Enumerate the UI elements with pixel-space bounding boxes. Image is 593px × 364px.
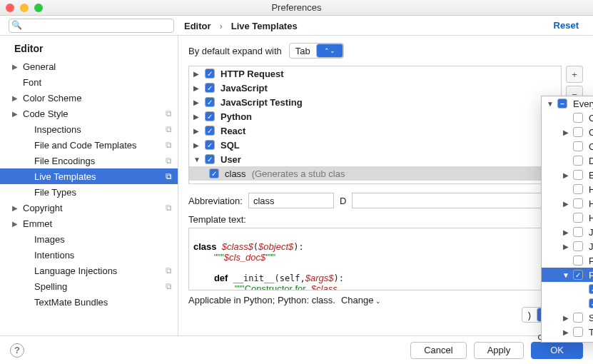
checkbox[interactable] [205, 69, 215, 79]
search-input[interactable] [9, 19, 174, 33]
sidebar-item-intentions[interactable]: ▶Intentions [0, 247, 178, 263]
context-item-django-templates[interactable]: ▶Django Templates [542, 153, 593, 168]
chevron-right-icon: ▶ [10, 63, 20, 71]
template-group-sql[interactable]: ▶SQL [189, 138, 561, 152]
breadcrumb: Editor › Live Templates [184, 20, 298, 31]
template-group-javascript-testing[interactable]: ▶JavaScript Testing [189, 95, 561, 109]
checkbox[interactable] [573, 227, 583, 237]
sidebar-item-file-types[interactable]: ▶File Types [0, 184, 178, 200]
context-item-class[interactable]: ▶Class [542, 282, 593, 296]
checkbox[interactable] [205, 111, 215, 121]
checkbox[interactable] [573, 213, 583, 223]
sidebar-item-language-injections[interactable]: ▶Language Injections⧉ [0, 263, 178, 278]
sidebar-item-code-style[interactable]: ▶Code Style⧉ [0, 106, 178, 121]
checkbox[interactable] [205, 140, 215, 150]
sidebar-item-copyright[interactable]: ▶Copyright⧉ [0, 200, 178, 216]
expand-label: By default expand with [188, 46, 282, 56]
checkbox[interactable] [205, 154, 215, 164]
sidebar-item-font[interactable]: ▶Font [0, 74, 178, 90]
context-item-other[interactable]: ▶Other [542, 296, 593, 310]
context-item-cucumber-feature[interactable]: ▶Cucumber feature [542, 139, 593, 153]
checkbox[interactable] [573, 327, 583, 337]
template-group-python[interactable]: ▶Python [189, 109, 561, 123]
chevron-right-icon: ▶ [10, 204, 20, 212]
sidebar-item-label: Images [34, 234, 65, 245]
checkbox[interactable] [573, 113, 583, 123]
templates-tree[interactable]: ▶HTTP Request▶JavaScript▶JavaScript Test… [188, 66, 562, 184]
chevron-down-icon: ⌄ [375, 298, 381, 305]
content-panel: By default expand with Tab ⌃⌄ ▶HTTP Requ… [178, 36, 593, 335]
sidebar-item-general[interactable]: ▶General [0, 59, 178, 74]
sidebar-item-emmet[interactable]: ▶Emmet [0, 216, 178, 231]
sidebar-item-spelling[interactable]: ▶Spelling⧉ [0, 278, 178, 294]
expand-select[interactable]: Tab ⌃⌄ [289, 43, 344, 59]
context-item-javascript-and-typescript[interactable]: ▶JavaScript and TypeScript [542, 225, 593, 239]
sidebar-item-file-encodings[interactable]: ▶File Encodings⧉ [0, 153, 178, 168]
sidebar-item-label: Inspections [34, 124, 81, 135]
context-item-json[interactable]: ▶JSON [542, 239, 593, 253]
chevron-down-icon: ▼ [562, 271, 570, 279]
abbreviation-label: Abbreviation: [188, 196, 243, 206]
context-item-label: CSS [589, 127, 593, 138]
context-item-label: SQL [589, 313, 593, 323]
chevron-right-icon: ▶ [10, 110, 20, 118]
template-text-editor[interactable]: class $class$($object$): """$cls_doc$"""… [188, 228, 562, 290]
checkbox[interactable] [573, 127, 583, 137]
checkbox[interactable] [205, 83, 215, 93]
apply-button[interactable]: Apply [474, 342, 524, 359]
template-group-label: HTTP Request [221, 69, 284, 79]
sidebar-item-live-templates[interactable]: ▶Live Templates⧉ [0, 168, 178, 184]
bottom-bar: ? Cancel Apply OK [0, 335, 593, 364]
breadcrumb-root[interactable]: Editor [184, 21, 211, 31]
add-button[interactable]: + [566, 66, 583, 83]
template-item-desc: (Generates a stub clas [252, 168, 345, 179]
sidebar-item-images[interactable]: ▶Images [0, 231, 178, 247]
checkbox[interactable] [205, 97, 215, 107]
context-item-css[interactable]: ▶CSS [542, 125, 593, 139]
checkbox[interactable] [573, 270, 583, 280]
checkbox[interactable] [205, 126, 215, 136]
template-group-javascript[interactable]: ▶JavaScript [189, 81, 561, 95]
checkbox[interactable] [573, 241, 583, 251]
template-group-user[interactable]: ▼User [189, 152, 561, 166]
context-item-puppet[interactable]: ▶Puppet [542, 253, 593, 268]
context-item-http-request[interactable]: ▶HTTP Request [542, 211, 593, 225]
context-item-typescript[interactable]: ▶TypeScript [542, 325, 593, 339]
context-item-sql[interactable]: ▶SQL [542, 310, 593, 325]
context-item-everywhere[interactable]: ▼Everywhere [542, 96, 593, 111]
help-button[interactable]: ? [10, 343, 24, 358]
checkbox[interactable] [573, 141, 583, 151]
context-item-haml[interactable]: ▶Haml [542, 182, 593, 196]
ok-button[interactable]: OK [531, 342, 583, 359]
change-context-link[interactable]: Change⌄ [341, 295, 381, 305]
checkbox[interactable] [573, 170, 583, 180]
context-item-label: HTTP Request [589, 213, 593, 223]
sidebar-item-textmate-bundles[interactable]: ▶TextMate Bundles [0, 294, 178, 310]
context-item-python[interactable]: ▼Python [542, 268, 593, 282]
checkbox[interactable] [573, 313, 583, 323]
sidebar-item-file-and-code-templates[interactable]: ▶File and Code Templates⧉ [0, 137, 178, 153]
scope-icon: ⧉ [166, 140, 172, 150]
checkbox[interactable] [589, 284, 593, 294]
checkbox[interactable] [573, 256, 583, 266]
breadcrumb-sep: › [219, 21, 222, 31]
context-item-html[interactable]: ▶HTML [542, 196, 593, 211]
context-item-label: Haml [589, 184, 593, 195]
sidebar-item-label: Color Scheme [23, 93, 81, 103]
sidebar-item-inspections[interactable]: ▶Inspections⧉ [0, 121, 178, 137]
reset-link[interactable]: Reset [554, 20, 587, 31]
sidebar-item-color-scheme[interactable]: ▶Color Scheme [0, 90, 178, 106]
context-item-ecmascript-6-or-higher[interactable]: ▶ECMAScript 6 or higher [542, 168, 593, 182]
checkbox[interactable] [573, 198, 583, 208]
checkbox[interactable] [209, 168, 219, 178]
checkbox[interactable] [573, 184, 583, 194]
cancel-button[interactable]: Cancel [410, 342, 466, 359]
checkbox[interactable] [573, 156, 583, 166]
template-group-react[interactable]: ▶React [189, 123, 561, 138]
template-item-class[interactable]: class(Generates a stub clas [189, 166, 561, 181]
template-group-http-request[interactable]: ▶HTTP Request [189, 66, 561, 81]
context-item-coffeescript[interactable]: ▶CoffeeScript [542, 111, 593, 125]
checkbox[interactable] [589, 298, 593, 308]
abbreviation-input[interactable] [248, 193, 334, 208]
checkbox[interactable] [557, 98, 567, 108]
